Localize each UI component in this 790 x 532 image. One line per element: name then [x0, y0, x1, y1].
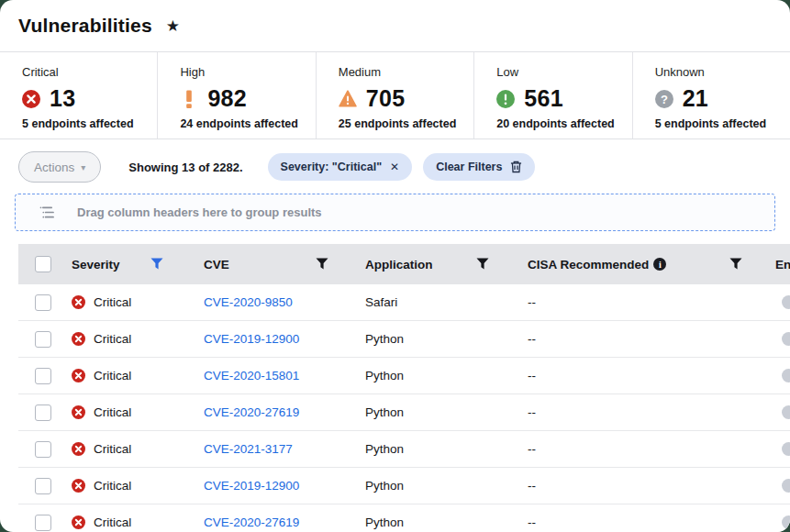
- stat-label: High: [180, 65, 306, 79]
- clear-filters-label: Clear Filters: [436, 161, 502, 173]
- row-checkbox[interactable]: [35, 294, 51, 311]
- critical-icon: [22, 90, 40, 108]
- actions-button[interactable]: Actions ▾: [18, 151, 101, 183]
- table-row[interactable]: Critical CVE-2019-12900 Python --: [18, 321, 790, 358]
- severity-value: Critical: [94, 369, 131, 382]
- severity-filter-chip[interactable]: Severity: "Critical" ✕: [268, 153, 413, 181]
- severity-value: Critical: [94, 332, 131, 346]
- row-checkbox[interactable]: [35, 405, 51, 421]
- table-row[interactable]: Critical CVE-2019-12900 Python --: [18, 468, 790, 504]
- endpoint-count-badge[interactable]: [782, 332, 790, 346]
- table-row[interactable]: Critical CVE-2020-27619 Python --: [18, 394, 790, 431]
- application-value: Python: [365, 479, 404, 493]
- critical-severity-icon: [72, 405, 85, 419]
- row-checkbox[interactable]: [35, 515, 51, 531]
- cve-link[interactable]: CVE-2019-12900: [204, 479, 299, 493]
- table-row[interactable]: Critical CVE-2020-15801 Python --: [18, 358, 790, 394]
- cve-link[interactable]: CVE-2019-12900: [204, 332, 299, 346]
- stat-card-low[interactable]: Low 561 20 endpoints affected: [474, 52, 632, 139]
- endpoint-count-badge[interactable]: [782, 442, 790, 456]
- cisa-value: --: [528, 479, 536, 493]
- unknown-icon: ?: [655, 90, 673, 108]
- cisa-value: --: [528, 515, 536, 529]
- severity-filter-icon[interactable]: [150, 258, 163, 271]
- row-checkbox[interactable]: [35, 478, 51, 494]
- application-value: Python: [365, 515, 404, 529]
- endpoint-count-badge[interactable]: [782, 369, 790, 382]
- table-row[interactable]: Critical CVE-2021-3177 Python --: [18, 431, 790, 468]
- table-row[interactable]: Critical CVE-2020-9850 Safari --: [18, 284, 790, 321]
- column-header-cve[interactable]: CVE: [204, 258, 229, 272]
- cve-filter-icon[interactable]: [316, 258, 328, 271]
- medium-icon: [339, 90, 357, 108]
- cisa-value: --: [528, 369, 536, 382]
- group-by-hint-text: Drag column headers here to group result…: [77, 205, 322, 219]
- endpoint-count-badge[interactable]: [782, 515, 790, 529]
- column-header-cisa[interactable]: CISA Recommended: [528, 258, 649, 272]
- application-value: Python: [365, 369, 404, 382]
- row-checkbox[interactable]: [35, 368, 51, 384]
- actions-button-label: Actions: [34, 161, 74, 174]
- stat-endpoints: 20 endpoints affected: [496, 117, 622, 130]
- application-value: Python: [365, 332, 404, 346]
- critical-severity-icon: [72, 442, 85, 456]
- stat-value: 705: [366, 85, 406, 112]
- stat-card-medium[interactable]: Medium 705 25 endpoints affected: [317, 52, 474, 139]
- cve-link[interactable]: CVE-2020-15801: [204, 369, 299, 382]
- table-row[interactable]: Critical CVE-2020-27619 Python --: [18, 504, 790, 532]
- cve-link[interactable]: CVE-2021-3177: [204, 442, 293, 456]
- critical-severity-icon: [72, 515, 85, 529]
- stat-endpoints: 24 endpoints affected: [180, 117, 306, 130]
- severity-value: Critical: [94, 515, 131, 529]
- stat-card-unknown[interactable]: Unknown ? 21 5 endpoints affected: [633, 52, 790, 139]
- group-by-dropzone[interactable]: Drag column headers here to group result…: [15, 194, 775, 231]
- chevron-down-icon: ▾: [81, 162, 85, 172]
- cisa-value: --: [528, 295, 536, 309]
- endpoint-count-badge[interactable]: [782, 405, 790, 419]
- severity-value: Critical: [94, 405, 131, 419]
- clear-filters-chip[interactable]: Clear Filters: [423, 153, 535, 181]
- stat-endpoints: 5 endpoints affected: [22, 117, 148, 130]
- endpoint-count-badge[interactable]: [782, 479, 790, 493]
- stat-card-high[interactable]: High 982 24 endpoints affected: [158, 52, 316, 139]
- table-body: Critical CVE-2020-9850 Safari -- Critica…: [18, 284, 790, 532]
- severity-filter-chip-label: Severity: "Critical": [281, 161, 383, 173]
- column-header-severity[interactable]: Severity: [72, 258, 120, 272]
- stat-card-critical[interactable]: Critical 13 5 endpoints affected: [0, 52, 158, 139]
- high-icon: [180, 90, 198, 108]
- cisa-value: --: [528, 405, 536, 419]
- favorite-star-icon[interactable]: ★: [166, 18, 180, 34]
- table-header-row: Severity CVE Application CISA Recommende…: [18, 244, 790, 284]
- application-value: Safari: [365, 295, 397, 309]
- stat-value: 982: [207, 85, 247, 112]
- remove-filter-icon[interactable]: ✕: [390, 161, 399, 173]
- critical-severity-icon: [72, 369, 85, 382]
- stat-endpoints: 25 endpoints affected: [339, 117, 464, 130]
- cisa-value: --: [528, 442, 536, 456]
- page-title: Vulnerabilities: [18, 15, 152, 37]
- group-by-icon: [39, 205, 55, 219]
- select-all-checkbox[interactable]: [35, 256, 51, 272]
- row-checkbox[interactable]: [35, 441, 51, 458]
- application-filter-icon[interactable]: [476, 258, 489, 271]
- cisa-value: --: [528, 332, 536, 346]
- cve-link[interactable]: CVE-2020-27619: [204, 405, 299, 419]
- endpoint-count-badge[interactable]: [782, 295, 790, 309]
- trash-icon: [510, 161, 522, 173]
- vulnerabilities-table: Severity CVE Application CISA Recommende…: [18, 244, 790, 532]
- cisa-filter-icon[interactable]: [729, 258, 742, 271]
- cisa-info-icon[interactable]: i: [653, 258, 666, 271]
- cve-link[interactable]: CVE-2020-9850: [204, 295, 293, 309]
- row-checkbox[interactable]: [35, 331, 51, 348]
- stat-value: 21: [683, 85, 708, 112]
- column-header-application[interactable]: Application: [365, 258, 433, 272]
- application-value: Python: [365, 405, 404, 419]
- stat-label: Low: [496, 65, 622, 79]
- stat-label: Critical: [22, 65, 148, 79]
- stat-value: 13: [50, 85, 75, 112]
- column-header-endpoints[interactable]: En: [775, 258, 790, 272]
- cve-link[interactable]: CVE-2020-27619: [204, 515, 299, 529]
- severity-value: Critical: [94, 479, 131, 493]
- application-value: Python: [365, 442, 404, 456]
- low-icon: [496, 90, 515, 108]
